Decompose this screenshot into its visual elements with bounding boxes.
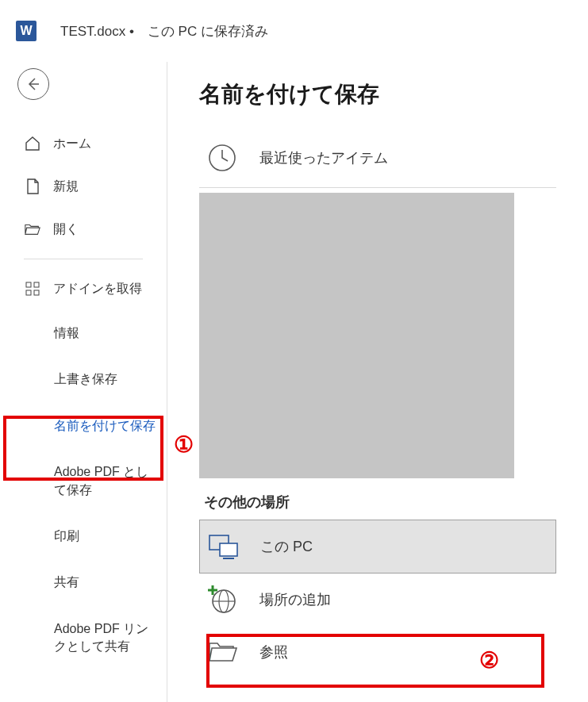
home-icon — [24, 135, 41, 152]
location-this-pc[interactable]: この PC — [199, 520, 556, 573]
clock-icon — [206, 141, 239, 175]
nav-adobe-pdf-save[interactable]: Adobe PDF として保存 — [0, 449, 167, 513]
browse-folder-icon — [206, 635, 239, 669]
page-icon — [24, 178, 41, 195]
browse-label: 参照 — [259, 643, 288, 662]
nav-print[interactable]: 印刷 — [0, 513, 167, 559]
arrow-left-icon — [25, 76, 41, 92]
backstage-sidebar: ホーム 新規 開く アドインを取得 情報 上書き保存 — [0, 62, 167, 702]
recent-preview-panel — [199, 193, 514, 478]
svg-rect-7 — [223, 558, 234, 559]
location-add-place[interactable]: 場所の追加 — [199, 573, 556, 626]
nav-open[interactable]: 開く — [0, 208, 167, 251]
nav-share-label: 共有 — [54, 575, 79, 589]
nav-home[interactable]: ホーム — [0, 122, 167, 165]
add-place-globe-icon — [206, 583, 239, 616]
nav-addins[interactable]: アドインを取得 — [0, 267, 167, 310]
svg-rect-1 — [34, 282, 39, 287]
svg-rect-2 — [26, 290, 31, 295]
nav-divider — [24, 259, 143, 259]
save-status: • この PC に保存済み — [129, 24, 268, 39]
nav-share[interactable]: 共有 — [0, 559, 167, 605]
location-browse[interactable]: 参照 — [199, 626, 556, 678]
save-as-panel: 名前を付けて保存 最近使ったアイテム その他の場所 この PC 場所の追加 — [167, 62, 588, 702]
nav-save-as[interactable]: 名前を付けて保存 — [0, 403, 167, 449]
nav-addins-label: アドインを取得 — [53, 281, 142, 297]
nav-adobe-pdf-link[interactable]: Adobe PDF リンクとして共有 — [0, 606, 167, 670]
recent-divider — [199, 187, 556, 188]
svg-rect-6 — [220, 543, 237, 556]
word-logo-icon: W — [16, 21, 37, 41]
nav-save[interactable]: 上書き保存 — [0, 356, 167, 402]
titlebar: W TEST.docx • この PC に保存済み — [0, 0, 588, 62]
document-title: TEST.docx • この PC に保存済み — [60, 22, 268, 40]
recent-items-label: 最近使ったアイテム — [259, 148, 388, 167]
nav-open-label: 開く — [53, 221, 79, 238]
recent-items[interactable]: 最近使ったアイテム — [199, 132, 556, 184]
add-place-label: 場所の追加 — [259, 590, 331, 609]
page-title: 名前を付けて保存 — [199, 79, 556, 109]
other-locations-header: その他の場所 — [204, 493, 556, 512]
nav-new[interactable]: 新規 — [0, 165, 167, 208]
nav-new-label: 新規 — [53, 178, 79, 195]
filename: TEST.docx — [60, 24, 125, 39]
svg-rect-0 — [26, 282, 31, 287]
nav-save-label: 上書き保存 — [54, 372, 117, 386]
main-area: ホーム 新規 開く アドインを取得 情報 上書き保存 — [0, 62, 588, 702]
svg-rect-3 — [34, 290, 39, 295]
folder-open-icon — [24, 221, 41, 238]
this-pc-label: この PC — [260, 537, 313, 556]
nav-print-label: 印刷 — [54, 529, 79, 543]
this-pc-icon — [206, 530, 240, 563]
addins-grid-icon — [24, 280, 41, 297]
back-button[interactable] — [17, 68, 49, 100]
nav-adobe-pdf-link-label: Adobe PDF リンクとして共有 — [54, 622, 148, 653]
nav-info-label: 情報 — [54, 326, 79, 339]
nav-home-label: ホーム — [53, 136, 91, 152]
nav-save-as-label: 名前を付けて保存 — [54, 419, 156, 432]
nav-info[interactable]: 情報 — [0, 310, 167, 356]
nav-adobe-pdf-save-label: Adobe PDF として保存 — [54, 465, 148, 496]
